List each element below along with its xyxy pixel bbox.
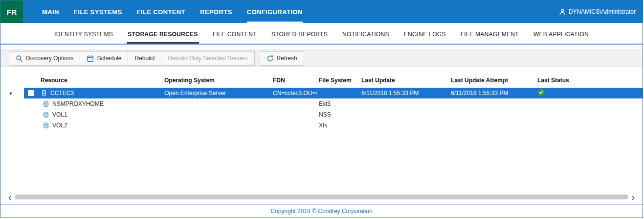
user-name-label: DYNAMICS\Administrator bbox=[569, 8, 636, 15]
cell-resource: VOL1 bbox=[41, 111, 164, 118]
cell-last-update-attempt: 6/11/2018 1:55:33 PM bbox=[451, 90, 537, 97]
configuration-tab-bar: IDENTITY SYSTEMS STORAGE RESOURCES FILE … bbox=[0, 23, 643, 45]
rebuild-label: Rebuild bbox=[134, 55, 155, 62]
main-nav: MAIN FILE SYSTEMS FILE CONTENT REPORTS C… bbox=[42, 0, 317, 23]
refresh-icon bbox=[266, 55, 274, 62]
scrollbar-track[interactable] bbox=[15, 195, 629, 199]
table-header-row: Resource Operating System FDN File Syste… bbox=[0, 73, 643, 88]
cell-operating-system: Open Enterprise Server bbox=[164, 90, 273, 97]
table-row-volume[interactable]: VOL2 Xfs bbox=[0, 120, 643, 131]
resource-name: CCTEC3 bbox=[50, 90, 74, 97]
app-window: FR MAIN FILE SYSTEMS FILE CONTENT REPORT… bbox=[0, 0, 643, 218]
rebuild-only-selected-servers-button: Rebuild Only Selected Servers bbox=[161, 51, 254, 66]
scroll-left-arrow-icon[interactable]: ‹ bbox=[5, 194, 15, 200]
cell-resource: CCTEC3 bbox=[41, 90, 164, 97]
tab-file-content[interactable]: FILE CONTENT bbox=[212, 31, 258, 44]
nav-item-main[interactable]: MAIN bbox=[42, 0, 59, 23]
cell-file-system: NSS bbox=[319, 111, 361, 118]
nav-item-reports[interactable]: REPORTS bbox=[200, 0, 232, 23]
nav-item-file-content[interactable]: FILE CONTENT bbox=[137, 0, 185, 23]
row-checkbox-cell bbox=[24, 90, 41, 97]
schedule-button[interactable]: Schedule bbox=[80, 51, 128, 66]
status-success-icon bbox=[537, 89, 545, 96]
column-header-operating-system[interactable]: Operating System bbox=[164, 77, 273, 84]
volume-icon bbox=[43, 100, 49, 107]
tab-stored-reports[interactable]: STORED REPORTS bbox=[270, 31, 329, 44]
row-checkbox[interactable] bbox=[27, 90, 34, 97]
cell-file-system: Ext3 bbox=[319, 100, 361, 107]
rebuild-only-selected-servers-label: Rebuild Only Selected Servers bbox=[168, 55, 247, 62]
volume-icon bbox=[43, 111, 49, 118]
cell-last-status bbox=[537, 89, 643, 97]
tab-notifications[interactable]: NOTIFICATIONS bbox=[341, 31, 390, 44]
horizontal-scrollbar: ‹ › bbox=[0, 193, 643, 201]
top-bar: FR MAIN FILE SYSTEMS FILE CONTENT REPORT… bbox=[0, 0, 643, 23]
user-icon bbox=[559, 8, 566, 15]
column-header-fdn[interactable]: FDN bbox=[273, 77, 319, 84]
tab-engine-logs[interactable]: ENGINE LOGS bbox=[403, 31, 447, 44]
server-icon bbox=[41, 90, 47, 97]
table-row-server[interactable]: ▼ CCTEC3 Open Enterprise Server CN=cctec… bbox=[0, 88, 643, 98]
schedule-label: Schedule bbox=[97, 55, 121, 62]
magnifier-icon bbox=[16, 55, 23, 62]
discovery-options-label: Discovery Options bbox=[26, 55, 73, 62]
toolbar: Discovery Options Schedule Rebuild Rebui… bbox=[0, 49, 643, 67]
refresh-label: Refresh bbox=[277, 55, 297, 62]
app-logo: FR bbox=[0, 0, 23, 23]
copyright-text: Copyright 2018 © Condrey Corporation bbox=[270, 208, 372, 215]
resource-name: NSMPROXYHOME bbox=[52, 100, 104, 107]
column-header-resource[interactable]: Resource bbox=[41, 77, 164, 84]
row-expander[interactable]: ▼ bbox=[0, 90, 24, 97]
column-header-last-update-attempt[interactable]: Last Update Attempt bbox=[451, 77, 537, 84]
discovery-options-button[interactable]: Discovery Options bbox=[9, 51, 80, 66]
collapse-arrow-icon[interactable]: ▼ bbox=[9, 91, 13, 96]
table-row-volume[interactable]: NSMPROXYHOME Ext3 bbox=[0, 98, 643, 109]
column-header-last-status[interactable]: Last Status bbox=[537, 77, 643, 84]
tab-file-management[interactable]: FILE MANAGEMENT bbox=[460, 31, 520, 44]
calendar-icon bbox=[87, 55, 94, 62]
tab-storage-resources[interactable]: STORAGE RESOURCES bbox=[127, 31, 199, 44]
cell-resource: VOL2 bbox=[41, 122, 164, 129]
column-header-file-system[interactable]: File System bbox=[319, 77, 361, 84]
user-account[interactable]: DYNAMICS\Administrator bbox=[559, 0, 643, 23]
nav-item-file-systems[interactable]: FILE SYSTEMS bbox=[74, 0, 122, 23]
storage-resources-table: Resource Operating System FDN File Syste… bbox=[0, 73, 643, 131]
tab-web-application[interactable]: WEB APPLICATION bbox=[533, 31, 590, 44]
cell-last-update: 6/11/2018 1:55:33 PM bbox=[361, 90, 451, 97]
resource-name: VOL1 bbox=[52, 111, 67, 118]
resource-name: VOL2 bbox=[52, 122, 67, 129]
footer: Copyright 2018 © Condrey Corporation bbox=[0, 204, 643, 218]
table-row-volume[interactable]: VOL1 NSS bbox=[0, 109, 643, 120]
scrollbar-thumb[interactable] bbox=[15, 195, 629, 199]
cell-resource: NSMPROXYHOME bbox=[41, 100, 164, 107]
tab-identity-systems[interactable]: IDENTITY SYSTEMS bbox=[53, 31, 114, 44]
content-spacer bbox=[0, 131, 643, 193]
refresh-button[interactable]: Refresh bbox=[260, 51, 304, 66]
rebuild-button[interactable]: Rebuild bbox=[128, 51, 161, 66]
column-header-last-update[interactable]: Last Update bbox=[361, 77, 451, 84]
volume-icon bbox=[43, 122, 49, 129]
cell-file-system: Xfs bbox=[319, 122, 361, 129]
cell-fdn: CN=cctec3.OU=i bbox=[273, 90, 319, 97]
nav-item-configuration[interactable]: CONFIGURATION bbox=[247, 0, 303, 23]
scroll-right-arrow-icon[interactable]: › bbox=[628, 194, 638, 200]
